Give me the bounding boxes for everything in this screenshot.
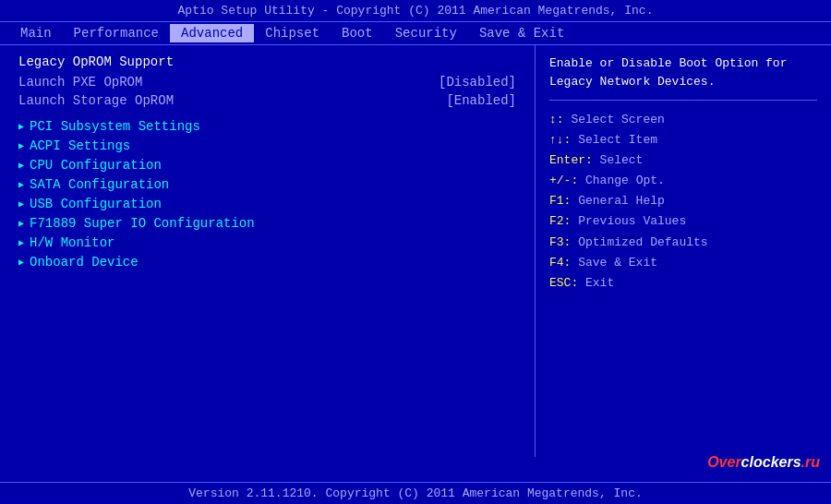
- watermark-over: Over: [707, 454, 741, 470]
- key-help-item: +/-: Change Opt.: [549, 171, 817, 191]
- key-label: F3:: [549, 235, 571, 249]
- setting-value[interactable]: [Enabled]: [446, 93, 516, 108]
- menu-link-f71889-super-io-configuration[interactable]: F71889 Super IO Configuration: [18, 216, 516, 231]
- key-label: ESC:: [549, 276, 578, 290]
- key-label: +/-:: [549, 174, 578, 187]
- key-desc: Select: [593, 153, 644, 167]
- key-desc: Select Screen: [564, 113, 665, 126]
- menu-item-save-and-exit[interactable]: Save & Exit: [468, 24, 575, 42]
- menu-link-usb-configuration[interactable]: USB Configuration: [18, 197, 516, 211]
- setting-row: Launch Storage OpROM[Enabled]: [18, 93, 516, 108]
- menu-link-sata-configuration[interactable]: SATA Configuration: [18, 177, 516, 192]
- section-title: Legacy OpROM Support: [18, 54, 516, 69]
- menu-item-boot[interactable]: Boot: [331, 24, 384, 42]
- menu-item-advanced[interactable]: Advanced: [170, 24, 254, 42]
- left-panel: Legacy OpROM Support Launch PXE OpROM[Di…: [0, 45, 536, 457]
- key-label: Enter:: [549, 153, 593, 167]
- menu-item-performance[interactable]: Performance: [63, 24, 170, 42]
- menu-link-cpu-configuration[interactable]: CPU Configuration: [18, 158, 516, 173]
- watermark-clockers: clockers: [741, 454, 801, 470]
- setting-row: Launch PXE OpROM[Disabled]: [18, 75, 516, 90]
- menu-link-h/w-monitor[interactable]: H/W Monitor: [18, 235, 516, 250]
- app-title: Aptio Setup Utility - Copyright (C) 2011…: [0, 0, 831, 21]
- setting-label: Launch Storage OpROM: [18, 93, 174, 108]
- key-help-item: F3: Optimized Defaults: [549, 233, 817, 253]
- key-help-item: F2: Previous Values: [549, 211, 817, 232]
- key-desc: Optimized Defaults: [571, 235, 707, 249]
- menu-item-main[interactable]: Main: [9, 24, 63, 42]
- setting-label: Launch PXE OpROM: [18, 75, 142, 90]
- menu-link-onboard-device[interactable]: Onboard Device: [18, 255, 516, 270]
- key-label: F1:: [549, 194, 571, 208]
- key-help-item: ↕: Select Screen: [549, 110, 817, 130]
- key-label: ↕:: [549, 113, 564, 126]
- settings-list: Launch PXE OpROM[Disabled]Launch Storage…: [18, 75, 516, 108]
- menu-links: PCI Subsystem SettingsACPI SettingsCPU C…: [18, 119, 516, 270]
- help-text: Enable or Disable Boot Option for Legacy…: [549, 54, 817, 90]
- key-help-item: F4: Save & Exit: [549, 253, 817, 273]
- footer: Version 2.11.1210. Copyright (C) 2011 Am…: [0, 482, 831, 504]
- menu-link-pci-subsystem-settings[interactable]: PCI Subsystem Settings: [18, 119, 516, 134]
- key-desc: Previous Values: [571, 214, 686, 228]
- key-label: F2:: [549, 214, 571, 228]
- key-help-item: F1: General Help: [549, 191, 817, 211]
- title-bar: Aptio Setup Utility - Copyright (C) 2011…: [0, 0, 831, 21]
- menu-bar: MainPerformanceAdvancedChipsetBootSecuri…: [0, 21, 831, 45]
- divider: [549, 100, 817, 101]
- key-label: F4:: [549, 256, 571, 270]
- key-desc: General Help: [571, 194, 664, 208]
- setting-value[interactable]: [Disabled]: [439, 75, 516, 90]
- watermark: Overclockers.ru: [707, 454, 820, 471]
- key-desc: Exit: [578, 276, 614, 290]
- main-content: Legacy OpROM Support Launch PXE OpROM[Di…: [0, 45, 831, 457]
- menu-link-acpi-settings[interactable]: ACPI Settings: [18, 138, 516, 153]
- key-desc: Save & Exit: [571, 256, 657, 270]
- key-help-item: Enter: Select: [549, 150, 817, 171]
- menu-item-security[interactable]: Security: [384, 24, 468, 42]
- menu-item-chipset[interactable]: Chipset: [254, 24, 331, 42]
- key-desc: Change Opt.: [578, 174, 665, 187]
- key-help-list: ↕: Select Screen↑↓: Select ItemEnter: Se…: [549, 110, 817, 294]
- watermark-ru: .ru: [801, 454, 820, 470]
- key-help-item: ↑↓: Select Item: [549, 130, 817, 150]
- right-panel: Enable or Disable Boot Option for Legacy…: [536, 45, 831, 457]
- key-desc: Select Item: [571, 133, 657, 147]
- key-help-item: ESC: Exit: [549, 273, 817, 294]
- key-label: ↑↓:: [549, 133, 571, 147]
